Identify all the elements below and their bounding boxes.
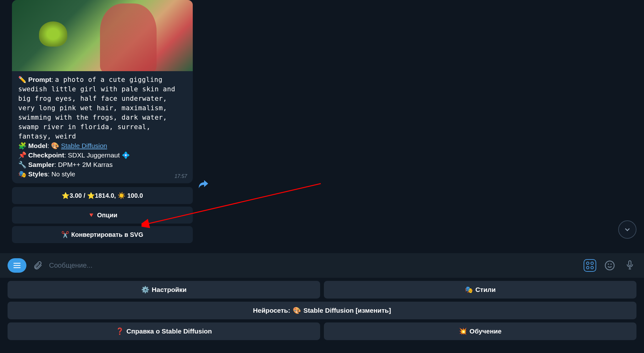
inline-keyboard: ⭐3.00 / ⭐1814.0, ☀️ 100.0 🔻 Опции ✂️ Кон… — [12, 187, 193, 243]
styles-value: No style — [51, 170, 75, 178]
styles-button[interactable]: 🎭 Стили — [324, 281, 636, 299]
attach-button[interactable] — [33, 260, 43, 270]
checkpoint-label: Checkpoint — [28, 151, 64, 159]
convert-label: Конвертировать в SVG — [71, 231, 143, 238]
checkpoint-value: SDXL Juggernaut — [68, 151, 120, 159]
styles-line: 🎭 Styles: No style — [18, 169, 186, 179]
voice-button[interactable] — [623, 260, 636, 271]
input-bar — [0, 253, 644, 278]
hamburger-icon — [13, 262, 21, 269]
pencil-icon: ✏️ — [18, 76, 26, 83]
message-text: ✏️ Prompt: a photo of a cute giggling sw… — [12, 71, 193, 183]
apps-button[interactable] — [584, 259, 596, 272]
timestamp: 17:57 — [175, 173, 187, 180]
styles-label: Стили — [475, 286, 496, 293]
message-bubble: ✏️ Prompt: a photo of a cute giggling sw… — [12, 0, 193, 183]
masks-icon: 🎭 — [18, 170, 26, 178]
svg-point-6 — [608, 264, 608, 264]
checkpoint-line: 📌 Checkpoint: SDXL Juggernaut 💠 — [18, 151, 186, 160]
svg-point-5 — [605, 261, 614, 270]
pin-icon: 📌 — [18, 151, 26, 159]
scissors-icon: ✂️ — [61, 231, 69, 238]
model-line: 🧩 Model: 🎨 Stable Diffusion — [18, 141, 186, 151]
sampler-label: Sampler — [28, 161, 54, 168]
help-label: Справка о Stable Diffusion — [126, 327, 212, 335]
sampler-value: DPM++ 2M Karras — [58, 161, 113, 168]
model-link[interactable]: Stable Diffusion — [61, 142, 107, 149]
sampler-line: 🔧 Sampler: DPM++ 2M Karras — [18, 160, 186, 169]
stats-button[interactable]: ⭐3.00 / ⭐1814.0, ☀️ 100.0 — [12, 187, 193, 204]
chat-area: ✏️ Prompt: a photo of a cute giggling sw… — [0, 0, 644, 243]
help-button[interactable]: ❓ Справка о Stable Diffusion — [8, 322, 320, 340]
settings-button[interactable]: ⚙️ Настройки — [8, 281, 320, 299]
options-icon: 🔻 — [87, 211, 95, 219]
emoji-button[interactable] — [602, 260, 617, 271]
stats-text: ⭐3.00 / ⭐1814.0, ☀️ 100.0 — [62, 192, 143, 199]
options-label: Опции — [97, 212, 118, 219]
styles-label: Styles — [28, 170, 48, 178]
options-button[interactable]: 🔻 Опции — [12, 207, 193, 224]
svg-point-7 — [611, 264, 611, 264]
convert-svg-button[interactable]: ✂️ Конвертировать в SVG — [12, 226, 193, 243]
chevron-down-icon — [623, 225, 631, 234]
masks-icon: 🎭 — [465, 286, 473, 293]
prompt-text: a photo of a cute giggling swedish littl… — [18, 76, 175, 140]
wrench-icon: 🔧 — [18, 161, 26, 168]
prompt-label: Prompt — [28, 76, 52, 83]
model-label: Model — [28, 142, 47, 149]
burst-icon: 💥 — [459, 327, 467, 335]
neural-network-button[interactable]: Нейросеть: 🎨 Stable Diffusion [изменить] — [8, 302, 636, 319]
microphone-icon — [625, 260, 635, 271]
settings-label: Настройки — [152, 286, 187, 293]
prompt-line: ✏️ Prompt: a photo of a cute giggling sw… — [18, 75, 186, 141]
message-input[interactable] — [49, 261, 577, 270]
palette-icon: 🎨 — [293, 307, 301, 314]
reply-keyboard: ⚙️ Настройки 🎭 Стили Нейросеть: 🎨 Stable… — [0, 278, 644, 343]
paperclip-icon — [33, 260, 43, 270]
forward-icon[interactable] — [199, 180, 208, 191]
training-label: Обучение — [469, 327, 502, 335]
puzzle-icon: 🧩 — [18, 142, 26, 149]
nn-value: Stable Diffusion [изменить] — [303, 307, 391, 314]
scroll-down-button[interactable] — [618, 220, 636, 239]
smile-icon — [604, 260, 615, 271]
diamond-icon: 💠 — [122, 151, 130, 159]
training-button[interactable]: 💥 Обучение — [324, 322, 636, 340]
gear-icon: ⚙️ — [141, 286, 149, 293]
svg-rect-8 — [629, 261, 631, 266]
generated-image[interactable] — [12, 0, 193, 71]
palette-icon: 🎨 — [51, 142, 59, 149]
nn-prefix: Нейросеть: — [253, 307, 290, 314]
question-icon: ❓ — [116, 327, 124, 335]
menu-button[interactable] — [8, 258, 26, 273]
